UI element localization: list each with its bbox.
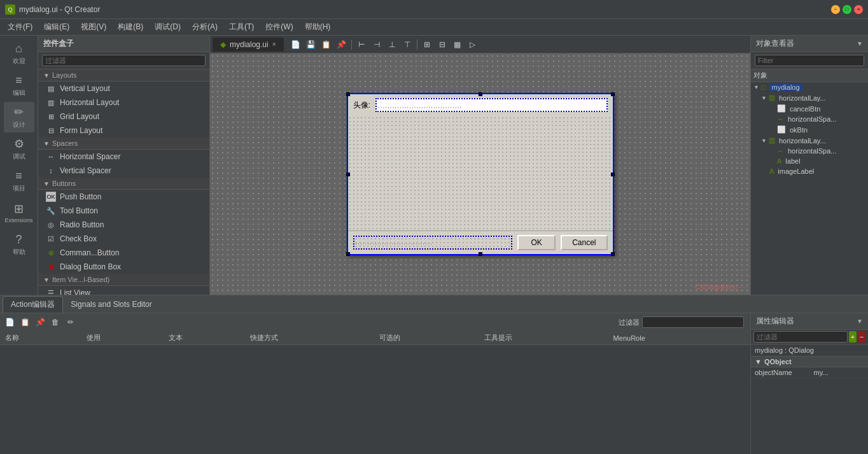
toolbar-grid3-icon[interactable]: ▦ (451, 38, 465, 52)
menu-analyze[interactable]: 分析(A) (187, 20, 223, 34)
toolbar-file-icon[interactable]: 📄 (289, 38, 303, 52)
horizontal-layout-label: Horizontal Layout (60, 98, 119, 107)
toolbar-sep-1 (351, 39, 352, 50)
obj-hlay2-icon: ▥ (769, 136, 775, 145)
object-inspector-filter-input[interactable] (755, 55, 864, 66)
obj-horizontallay-2[interactable]: ▼ ▥ horizontalLay... (751, 135, 868, 146)
obj-label-icon: A (777, 157, 781, 165)
dialog-line-edit[interactable]: ,,,,,,,,,,,,,,,,,,,,,,,,,,,,,,,,,,, (375, 98, 608, 112)
property-editor-collapse[interactable]: ▼ (857, 318, 863, 325)
action-new-btn[interactable]: 📄 (3, 315, 17, 329)
handle-top-left[interactable] (346, 92, 350, 96)
obj-label[interactable]: A label (751, 156, 868, 166)
menu-help[interactable]: 帮助(H) (300, 20, 336, 34)
sidebar-group-layouts[interactable]: ▼ Layouts (38, 69, 209, 82)
object-inspector-collapse[interactable]: ▼ (857, 40, 863, 47)
sidebar-item-radio-button[interactable]: ◎ Radio Button (38, 218, 209, 232)
sidebar-item-vertical-spacer[interactable]: ↕ Vertical Spacer (38, 164, 209, 178)
nav-debug[interactable]: ⚙ 调试 (4, 134, 34, 164)
nav-welcome[interactable]: ⌂ 欢迎 (4, 38, 34, 69)
tab-signals-slots[interactable]: Signals and Slots Editor (63, 297, 159, 311)
action-copy-btn[interactable]: 📋 (18, 315, 32, 329)
nav-help[interactable]: ? 帮助 (4, 229, 34, 260)
toolbar-paste-icon[interactable]: 📌 (335, 38, 349, 52)
maximize-button[interactable]: □ (843, 5, 851, 14)
sidebar-item-vertical-layout[interactable]: ▤ Vertical Layout (38, 82, 209, 96)
check-box-label: Check Box (60, 234, 97, 243)
sidebar-item-push-button[interactable]: OK Push Button (38, 190, 209, 204)
toolbar-copy-icon[interactable]: 📋 (319, 38, 333, 52)
handle-top-middle[interactable] (479, 92, 482, 96)
sidebar-item-horizontal-layout[interactable]: ▥ Horizontal Layout (38, 96, 209, 110)
ok-button[interactable]: OK (517, 235, 556, 250)
handle-bottom-right[interactable] (611, 252, 615, 256)
property-filter-input[interactable] (753, 331, 848, 343)
action-delete-btn[interactable]: 🗑 (48, 315, 62, 329)
obj-label-label: label (785, 157, 800, 165)
dialog-widget[interactable]: 头像: ,,,,,,,,,,,,,,,,,,,,,,,,,,,,,,,,,,, … (347, 93, 614, 255)
handle-bottom-middle[interactable] (479, 252, 482, 256)
sidebar-item-form-layout[interactable]: ⊟ Form Layout (38, 124, 209, 138)
top-area: ⌂ 欢迎 ≡ 编辑 ✏ 设计 ⚙ 调试 ≡ 项目 ⊞ Extensions (0, 36, 868, 295)
property-editor: 属性编辑器 ▼ + − mydialog : QDialog ▼ QObject… (750, 313, 868, 454)
obj-mydialog[interactable]: ▼ □ mydialog (751, 82, 868, 92)
obj-horizontalspa-2[interactable]: ↔ horizontalSpa... (751, 146, 868, 156)
action-table: 名称 使用 文本 快捷方式 可选的 工具提示 MenuRole (0, 331, 750, 454)
handle-top-right[interactable] (611, 92, 615, 96)
close-button[interactable]: × (854, 5, 863, 14)
toolbar-grid2-icon[interactable]: ⊟ (435, 38, 449, 52)
sidebar-item-check-box[interactable]: ☑ Check Box (38, 232, 209, 246)
menu-tools[interactable]: 工具(T) (224, 20, 259, 34)
sidebar-item-list-view[interactable]: ☰ List View (38, 286, 209, 295)
sidebar-item-command-button[interactable]: ⊕ Comman...Button (38, 246, 209, 260)
menu-build[interactable]: 构建(B) (113, 20, 148, 34)
tab-close-button[interactable]: × (272, 41, 276, 48)
sidebar-item-horizontal-spacer[interactable]: ↔ Horizontal Spacer (38, 150, 209, 164)
tab-mydialog[interactable]: ◆ mydialog.ui × (213, 38, 284, 52)
sidebar-group-item-views[interactable]: ▼ Item Vie...l-Based) (38, 274, 209, 286)
toolbar-grid1-icon[interactable]: ⊞ (420, 38, 434, 52)
toolbar-align3-icon[interactable]: ⊥ (385, 38, 399, 52)
sidebar-filter-input[interactable] (42, 55, 206, 66)
property-add-button[interactable]: + (849, 331, 857, 343)
sidebar-item-dialog-button-box[interactable]: ✖ Dialog Button Box (38, 260, 209, 274)
handle-middle-right[interactable] (611, 173, 615, 176)
nav-extensions[interactable]: ⊞ Extensions (4, 197, 34, 228)
toolbar-save-icon[interactable]: 💾 (304, 38, 318, 52)
obj-cancelbtn[interactable]: ⬜ cancelBtn (751, 103, 868, 114)
nav-projects[interactable]: ≡ 项目 (4, 166, 34, 196)
obj-imagelabel-label: imageLabel (778, 167, 814, 175)
obj-hspa1-icon: ↔ (777, 115, 784, 123)
prop-val-objectname[interactable]: my... (810, 367, 869, 378)
handle-middle-left[interactable] (346, 173, 350, 176)
obj-okbtn[interactable]: ⬜ okBtn (751, 124, 868, 135)
property-del-button[interactable]: − (858, 331, 865, 343)
obj-horizontallay-1[interactable]: ▼ ▥ horizontalLay... (751, 92, 868, 103)
nav-edit[interactable]: ≡ 编辑 (4, 70, 34, 101)
toolbar-align2-icon[interactable]: ⊣ (370, 38, 384, 52)
action-edit-btn[interactable]: ✏ (64, 315, 78, 329)
spacers-group-label: Spacers (52, 139, 78, 147)
action-paste-btn[interactable]: 📌 (33, 315, 47, 329)
menu-file[interactable]: 文件(F) (3, 20, 38, 34)
menu-view[interactable]: 视图(V) (76, 20, 111, 34)
handle-bottom-left[interactable] (346, 252, 350, 256)
sidebar-group-buttons[interactable]: ▼ Buttons (38, 178, 209, 190)
sidebar-item-grid-layout[interactable]: ⊞ Grid Layout (38, 110, 209, 124)
toolbar-preview-icon[interactable]: ▷ (466, 38, 480, 52)
sidebar-item-tool-button[interactable]: 🔧 Tool Button (38, 204, 209, 218)
obj-horizontalspa-1[interactable]: ↔ horizontalSpa... (751, 114, 868, 124)
toolbar-align4-icon[interactable]: ⊤ (400, 38, 414, 52)
cancel-button[interactable]: Cancel (561, 235, 607, 250)
nav-design[interactable]: ✏ 设计 (4, 102, 34, 132)
toolbar-align1-icon[interactable]: ⊢ (354, 38, 368, 52)
menu-edit[interactable]: 编辑(E) (39, 20, 74, 34)
menu-controls[interactable]: 控件(W) (260, 20, 298, 34)
obj-hlay1-arrow: ▼ (761, 95, 767, 101)
obj-imagelabel[interactable]: A imageLabel (751, 166, 868, 176)
minimize-button[interactable]: − (831, 5, 840, 14)
menu-debug[interactable]: 调试(D) (150, 20, 186, 34)
action-filter-input[interactable] (642, 316, 744, 328)
tab-action-editor[interactable]: Action编辑器 (3, 296, 63, 313)
sidebar-group-spacers[interactable]: ▼ Spacers (38, 138, 209, 150)
